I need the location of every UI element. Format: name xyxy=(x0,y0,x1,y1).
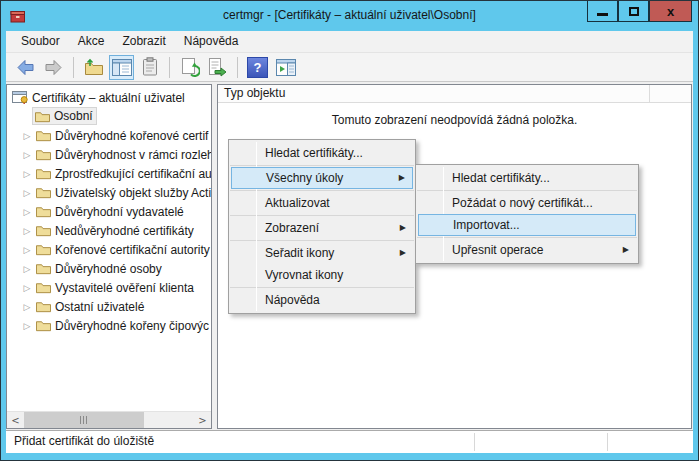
folder-icon xyxy=(35,110,50,123)
tree-item[interactable]: ▷ Důvěryhodné osoby xyxy=(7,259,212,278)
menu-bar: Soubor Akce Zobrazit Nápověda xyxy=(6,31,693,53)
action-pane-icon xyxy=(276,59,296,76)
help-button[interactable]: ? xyxy=(245,55,270,80)
menu-item-hledat-certifikaty[interactable]: Hledat certifikáty... xyxy=(229,142,415,164)
toolbar: ? xyxy=(6,53,693,82)
certificate-store-icon xyxy=(12,90,29,106)
menu-item-vsechny-ukoly[interactable]: Všechny úkoly ▶ xyxy=(231,167,413,189)
folder-icon xyxy=(36,186,51,199)
folder-icon xyxy=(36,148,51,161)
menu-item-aktualizovat[interactable]: Aktualizovat xyxy=(229,192,415,214)
folder-icon xyxy=(36,224,51,237)
forward-button[interactable] xyxy=(41,55,66,80)
tree-item[interactable]: ▷ Nedůvěryhodné certifikáty xyxy=(7,221,212,240)
submenu-item-upresnit-operace[interactable]: Upřesnit operace ▶ xyxy=(416,239,638,261)
console-tree-panel: Certifikáty – aktuální uživatel Osobní ▷… xyxy=(6,84,212,429)
tree-root[interactable]: Certifikáty – aktuální uživatel xyxy=(7,88,212,107)
show-action-pane-button[interactable] xyxy=(273,55,298,80)
tree-item[interactable]: ▷ Vystavitelé ověření klienta xyxy=(7,278,212,297)
export-list-icon xyxy=(207,57,228,77)
tree-item[interactable]: ▷ Uživatelský objekt služby Acti xyxy=(7,183,212,202)
scroll-right-icon[interactable]: > xyxy=(194,412,211,428)
back-icon xyxy=(15,57,36,78)
menu-separator xyxy=(417,190,637,191)
up-one-level-button[interactable] xyxy=(81,55,106,80)
title-bar[interactable]: certmgr - [Certifikáty – aktuální uživat… xyxy=(1,1,698,31)
refresh-icon xyxy=(180,57,200,77)
submenu-arrow-icon: ▶ xyxy=(399,168,405,188)
scrollbar-thumb[interactable] xyxy=(24,412,144,428)
folder-icon xyxy=(36,205,51,218)
status-text: Přidat certifikát do úložiště xyxy=(14,434,154,448)
chevron-right-icon[interactable]: ▷ xyxy=(21,245,33,255)
chevron-right-icon[interactable]: ▷ xyxy=(21,226,33,236)
certmgr-window: certmgr - [Certifikáty – aktuální uživat… xyxy=(0,0,699,461)
show-console-tree-button[interactable] xyxy=(109,55,134,80)
chevron-right-icon[interactable]: ▷ xyxy=(21,321,33,331)
help-icon: ? xyxy=(247,57,268,78)
empty-view-message: Tomuto zobrazení neodpovídá žádná položk… xyxy=(218,113,691,127)
column-header-typ-objektu[interactable]: Typ objektu xyxy=(218,85,650,103)
menu-separator xyxy=(230,287,414,288)
tree-item[interactable]: ▷ Kořenové certifikační autority xyxy=(7,240,212,259)
export-list-button[interactable] xyxy=(205,55,230,80)
folder-icon xyxy=(36,243,51,256)
forward-icon xyxy=(43,57,64,78)
tree-item[interactable]: ▷ Důvěryhodní vydavatelé xyxy=(7,202,212,221)
minimize-button[interactable] xyxy=(587,1,618,22)
close-button[interactable]: x xyxy=(649,1,692,22)
submenu-item-pozadat-o-novy-certifikat[interactable]: Požádat o nový certifikát... xyxy=(416,192,638,214)
submenu-arrow-icon: ▶ xyxy=(400,242,406,264)
all-tasks-submenu: Hledat certifikáty... Požádat o nový cer… xyxy=(415,164,639,264)
tree-item[interactable]: ▷ Ostatní uživatelé xyxy=(7,297,212,316)
folder-icon xyxy=(36,281,51,294)
tree-item[interactable]: ▷ Důvěryhodnost v rámci rozleh xyxy=(7,145,212,164)
maximize-button[interactable] xyxy=(618,1,649,22)
chevron-right-icon[interactable]: ▷ xyxy=(21,264,33,274)
clipboard-icon xyxy=(141,57,159,77)
column-header-blank[interactable] xyxy=(650,85,691,103)
menu-item-vyrovnat-ikony[interactable]: Vyrovnat ikony xyxy=(229,264,415,286)
horizontal-scrollbar[interactable]: < > xyxy=(7,411,211,428)
chevron-right-icon[interactable]: ▷ xyxy=(21,131,33,141)
menu-napoveda[interactable]: Nápověda xyxy=(175,31,248,52)
tree-item[interactable]: ▷ Důvěryhodné kořenové certif xyxy=(7,126,212,145)
maximize-icon xyxy=(629,7,639,16)
up-folder-icon xyxy=(83,57,105,77)
menu-item-seradit-ikony[interactable]: Seřadit ikony ▶ xyxy=(229,242,415,264)
tree-item-osobni[interactable]: Osobní xyxy=(7,107,212,126)
folder-icon xyxy=(36,129,51,142)
scrollbar-grip-icon xyxy=(80,416,88,424)
status-divider xyxy=(474,433,475,451)
menu-separator xyxy=(230,165,414,166)
minimize-icon xyxy=(597,13,608,16)
menu-item-zobrazeni[interactable]: Zobrazení ▶ xyxy=(229,217,415,239)
paste-button[interactable] xyxy=(137,55,162,80)
chevron-right-icon[interactable]: ▷ xyxy=(21,188,33,198)
chevron-right-icon[interactable]: ▷ xyxy=(21,207,33,217)
folder-icon xyxy=(36,300,51,313)
chevron-right-icon[interactable]: ▷ xyxy=(21,150,33,160)
tree-item[interactable]: ▷ Důvěryhodné kořeny čipovýc xyxy=(7,316,212,335)
submenu-item-hledat-certifikaty[interactable]: Hledat certifikáty... xyxy=(416,167,638,189)
menu-separator xyxy=(230,190,414,191)
submenu-item-importovat[interactable]: Importovat... xyxy=(418,214,636,236)
submenu-arrow-icon: ▶ xyxy=(400,217,406,239)
scroll-left-icon[interactable]: < xyxy=(7,412,24,428)
menu-separator xyxy=(230,240,414,241)
folder-icon xyxy=(36,319,51,332)
context-menu: Hledat certifikáty... Všechny úkoly ▶ Ak… xyxy=(228,139,416,314)
tree-item[interactable]: ▷ Zprostředkující certifikační au xyxy=(7,164,212,183)
menu-akce[interactable]: Akce xyxy=(69,31,114,52)
chevron-right-icon[interactable]: ▷ xyxy=(21,169,33,179)
chevron-right-icon[interactable]: ▷ xyxy=(21,283,33,293)
toolbar-separator xyxy=(237,57,238,78)
menu-zobrazit[interactable]: Zobrazit xyxy=(113,31,174,52)
menu-item-napoveda[interactable]: Nápověda xyxy=(229,289,415,311)
back-button[interactable] xyxy=(13,55,38,80)
menu-separator xyxy=(230,215,414,216)
refresh-button[interactable] xyxy=(177,55,202,80)
chevron-right-icon[interactable]: ▷ xyxy=(21,302,33,312)
folder-icon xyxy=(36,262,51,275)
menu-soubor[interactable]: Soubor xyxy=(12,31,69,52)
